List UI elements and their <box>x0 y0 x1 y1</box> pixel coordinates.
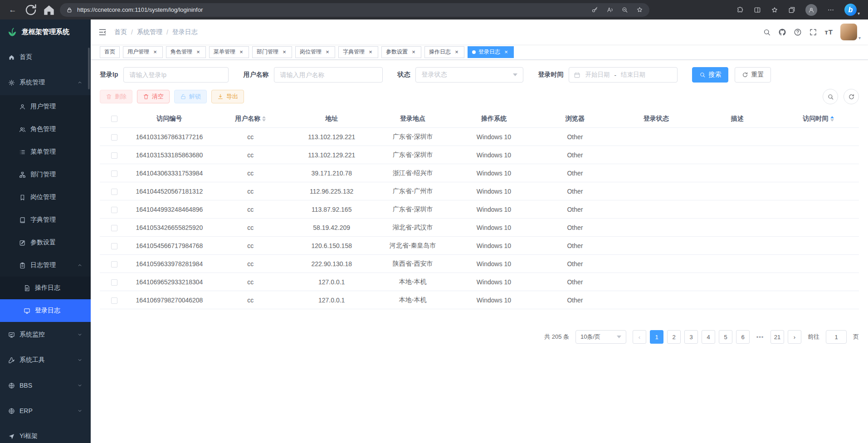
tab-3[interactable]: 菜单管理× <box>209 46 249 58</box>
row-checkbox[interactable] <box>111 134 117 141</box>
page-button-1[interactable]: 1 <box>650 330 663 344</box>
pager-next-button[interactable]: › <box>788 330 801 344</box>
row-checkbox[interactable] <box>111 170 117 177</box>
header-search-icon[interactable] <box>763 28 771 36</box>
refresh-table-button[interactable] <box>844 89 859 104</box>
end-date-placeholder[interactable]: 结束日期 <box>621 71 645 79</box>
row-checkbox[interactable] <box>111 225 117 231</box>
sidebar-item-5[interactable]: 部门管理 <box>0 163 91 186</box>
app-logo[interactable]: 意框架管理系统 <box>0 19 91 44</box>
copilot-caret-icon[interactable]: ▾ <box>858 11 860 16</box>
browser-home-icon[interactable] <box>42 3 56 17</box>
page-button-6[interactable]: 6 <box>736 330 750 344</box>
tab-close-icon[interactable]: × <box>324 49 331 55</box>
sidebar-item-2[interactable]: 用户管理 <box>0 95 91 118</box>
user-avatar[interactable] <box>840 24 857 40</box>
row-checkbox[interactable] <box>111 152 117 159</box>
pager-ellipsis[interactable]: ••• <box>753 330 767 344</box>
favorites-icon[interactable] <box>771 6 778 14</box>
row-checkbox[interactable] <box>111 207 117 213</box>
help-icon[interactable] <box>794 28 802 36</box>
unlock-button[interactable]: 解锁 <box>174 90 207 103</box>
column-header-1[interactable]: 用户名称 <box>210 114 291 123</box>
tab-close-icon[interactable]: × <box>367 49 374 55</box>
search-button[interactable]: 搜索 <box>692 67 728 83</box>
browser-profile-icon[interactable] <box>805 4 817 16</box>
sidebar-item-3[interactable]: 角色管理 <box>0 118 91 141</box>
sort-caret[interactable] <box>262 114 266 123</box>
sidebar-item-10[interactable]: 操作日志 <box>0 277 91 299</box>
tab-close-icon[interactable]: × <box>195 49 201 55</box>
text-size-icon[interactable]: тT <box>824 28 833 36</box>
tab-close-icon[interactable]: × <box>152 49 158 55</box>
tab-close-icon[interactable]: × <box>410 49 417 55</box>
tab-close-icon[interactable]: × <box>281 49 288 55</box>
sidebar-item-9[interactable]: 日志管理 <box>0 254 91 277</box>
page-button-4[interactable]: 4 <box>702 330 715 344</box>
row-checkbox[interactable] <box>111 243 117 249</box>
sidebar-item-4[interactable]: 菜单管理 <box>0 141 91 163</box>
back-icon[interactable]: ← <box>5 3 20 17</box>
column-header-8[interactable]: 访问时间 <box>778 114 859 123</box>
delete-button[interactable]: 删除 <box>100 90 132 103</box>
sidebar-item-6[interactable]: 岗位管理 <box>0 186 91 209</box>
sidebar-item-1[interactable]: 系统管理 <box>0 70 91 95</box>
page-button-21[interactable]: 21 <box>770 330 784 344</box>
address-bar[interactable]: https://ccnetcore.com:1101/system/log/lo… <box>60 3 649 17</box>
row-checkbox[interactable] <box>111 189 117 195</box>
sidebar-item-0[interactable]: 首页 <box>0 44 91 70</box>
github-icon[interactable] <box>778 28 786 36</box>
tab-2[interactable]: 角色管理× <box>166 46 206 58</box>
reset-button[interactable]: 重置 <box>735 67 771 83</box>
password-icon[interactable] <box>591 6 598 13</box>
export-button[interactable]: 导出 <box>211 90 244 103</box>
sidebar-item-13[interactable]: 系统工具 <box>0 347 91 373</box>
tab-close-icon[interactable]: × <box>503 49 509 55</box>
collapse-sidebar-icon[interactable] <box>98 28 107 37</box>
bing-icon[interactable]: b <box>844 4 857 16</box>
browser-refresh-icon[interactable] <box>24 3 38 17</box>
page-button-2[interactable]: 2 <box>667 330 681 344</box>
date-range-picker[interactable]: 开始日期 - 结束日期 <box>569 67 678 83</box>
sidebar-item-12[interactable]: 系统监控 <box>0 322 91 347</box>
collections-icon[interactable] <box>788 6 795 14</box>
copilot-button[interactable]: b ▾ <box>844 4 860 16</box>
goto-page-input[interactable] <box>826 330 847 344</box>
clear-button[interactable]: 清空 <box>137 90 170 103</box>
sidebar-item-8[interactable]: 参数设置 <box>0 231 91 254</box>
page-button-3[interactable]: 3 <box>684 330 698 344</box>
sidebar-item-15[interactable]: ERP <box>0 398 91 424</box>
status-select[interactable]: 登录状态 <box>415 67 523 83</box>
sidebar-item-14[interactable]: BBS <box>0 373 91 398</box>
username-input[interactable] <box>274 67 383 83</box>
show-search-button[interactable] <box>823 89 838 104</box>
split-screen-icon[interactable] <box>754 6 761 14</box>
url-text[interactable]: https://ccnetcore.com:1101/system/log/lo… <box>77 6 587 13</box>
breadcrumb-system[interactable]: 系统管理 <box>137 28 162 36</box>
select-all-checkbox[interactable] <box>111 116 117 122</box>
tab-7[interactable]: 参数设置× <box>381 46 421 58</box>
more-menu-icon[interactable] <box>827 6 834 14</box>
tab-close-icon[interactable]: × <box>454 49 460 55</box>
tab-9[interactable]: 登录日志× <box>468 46 514 58</box>
sort-caret[interactable] <box>830 114 834 123</box>
row-checkbox[interactable] <box>111 261 117 268</box>
start-date-placeholder[interactable]: 开始日期 <box>585 71 610 79</box>
sidebar-item-16[interactable]: Yi框架 <box>0 424 91 443</box>
breadcrumb-home[interactable]: 首页 <box>114 28 127 36</box>
read-aloud-icon[interactable] <box>606 6 613 13</box>
tab-close-icon[interactable]: × <box>238 49 244 55</box>
tab-0[interactable]: 首页 <box>100 46 120 58</box>
sidebar-item-11[interactable]: 登录日志 <box>0 299 91 322</box>
row-checkbox[interactable] <box>111 297 117 304</box>
sidebar-scrollbar[interactable] <box>88 48 90 89</box>
page-button-5[interactable]: 5 <box>719 330 732 344</box>
user-menu[interactable]: ▾ <box>840 24 861 40</box>
zoom-out-icon[interactable] <box>621 6 628 13</box>
ip-input[interactable] <box>123 67 229 83</box>
tab-1[interactable]: 用户管理× <box>123 46 163 58</box>
pager-prev-button[interactable]: ‹ <box>633 330 646 344</box>
extensions-icon[interactable] <box>736 6 744 14</box>
sidebar-item-7[interactable]: 字典管理 <box>0 209 91 231</box>
row-checkbox[interactable] <box>111 279 117 286</box>
